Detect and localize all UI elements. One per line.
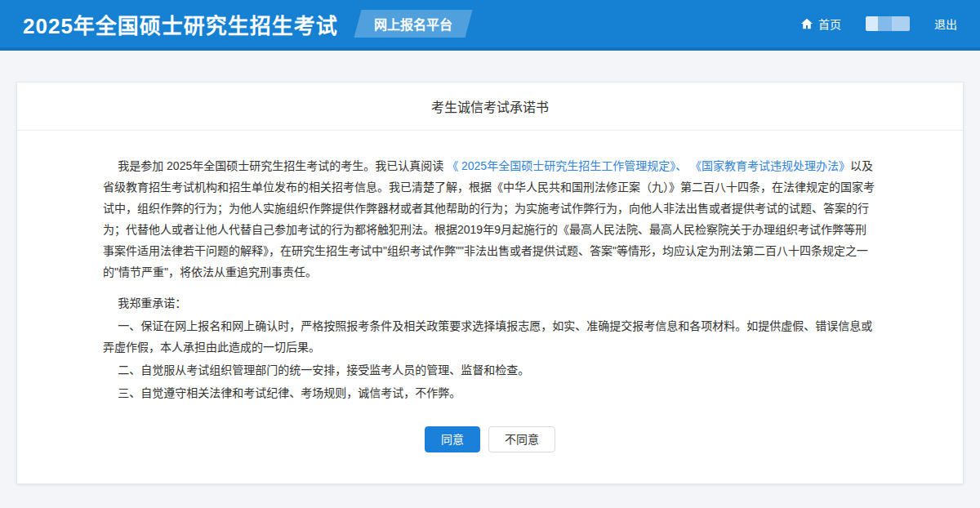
button-row: 同意 不同意 [103, 426, 877, 452]
pledge-item-3: 三、自觉遵守相关法律和考试纪律、考场规则，诚信考试，不作弊。 [103, 382, 877, 403]
disagree-button[interactable]: 不同意 [488, 426, 555, 452]
intro-text-before-links: 我是参加 2025年全国硕士研究生招生考试的考生。我已认真阅读 [118, 159, 447, 172]
pledge-item-1: 一、保证在网上报名和网上确认时，严格按照报考条件及相关政策要求选择填报志愿，如实… [103, 315, 877, 358]
app-title: 2025年全国硕士研究生招生考试 [23, 9, 338, 39]
platform-badge: 网上报名平台 [354, 10, 472, 38]
nav-home-label: 首页 [818, 16, 841, 32]
commitment-text: 我是参加 2025年全国硕士研究生招生考试的考生。我已认真阅读 《 2025年全… [17, 131, 963, 452]
commitment-card: 考生诚信考试承诺书 我是参加 2025年全国硕士研究生招生考试的考生。我已认真阅… [16, 82, 964, 484]
link-violation-rules[interactable]: 《国家教育考试违规处理办法》 [690, 159, 850, 172]
pledge-intro: 我郑重承诺： [103, 292, 877, 314]
intro-paragraph: 我是参加 2025年全国硕士研究生招生考试的考生。我已认真阅读 《 2025年全… [103, 155, 877, 283]
home-icon [800, 17, 813, 30]
nav-logout-link[interactable]: 退出 [934, 16, 957, 32]
username-redacted [866, 16, 910, 31]
header-nav: 首页 退出 [800, 16, 957, 32]
page-title: 考生诚信考试承诺书 [17, 82, 963, 131]
pledge-item-2: 二、自觉服从考试组织管理部门的统一安排，接受监考人员的管理、监督和检查。 [103, 359, 877, 381]
app-header: 2025年全国硕士研究生招生考试 网上报名平台 首页 退出 [0, 0, 980, 51]
link-separator: 、 [675, 159, 690, 172]
nav-home-link[interactable]: 首页 [800, 16, 841, 32]
intro-text-after-links: 以及省级教育招生考试机构和招生单位发布的相关招考信息。我已清楚了解，根据《中华人… [103, 159, 875, 279]
platform-badge-label: 网上报名平台 [374, 14, 452, 33]
link-admission-regulations[interactable]: 《 2025年全国硕士研究生招生工作管理规定》 [447, 159, 675, 172]
agree-button[interactable]: 同意 [425, 426, 480, 452]
